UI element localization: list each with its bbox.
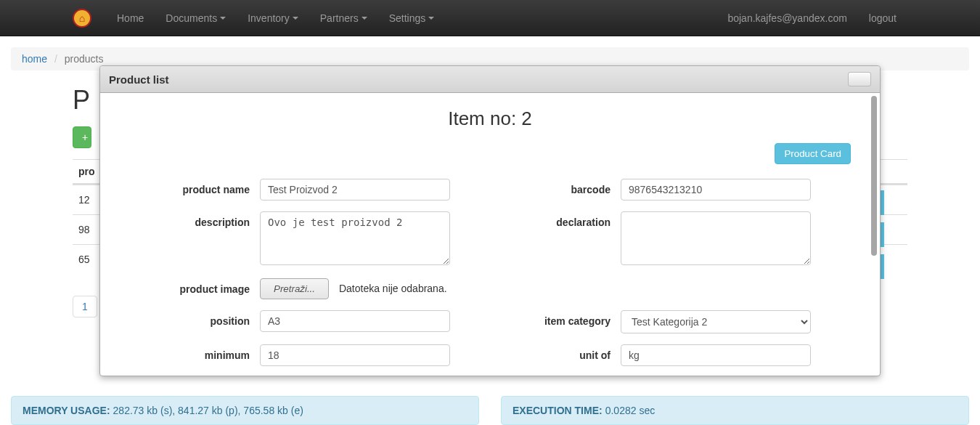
- label-product-name: product name: [129, 179, 260, 195]
- memory-value: 282.73 kb (s), 841.27 kb (p), 765.58 kb …: [113, 405, 303, 416]
- memory-panel: MEMORY USAGE: 282.73 kb (s), 841.27 kb (…: [11, 396, 479, 425]
- nav-right: bojan.kajfes@yandex.com logout: [716, 1, 907, 35]
- file-status: Datoteka nije odabrana.: [339, 283, 447, 294]
- modal-scrollbar[interactable]: [871, 96, 877, 373]
- nav-home[interactable]: Home: [106, 1, 155, 35]
- item-heading: Item no: 2: [129, 108, 851, 130]
- nav-left: Home Documents Inventory Partners Settin…: [106, 1, 445, 35]
- navbar: ⌂ Home Documents Inventory Partners Sett…: [0, 0, 980, 36]
- caret-icon: [293, 17, 298, 20]
- nav-documents[interactable]: Documents: [155, 1, 237, 35]
- modal-titlebar[interactable]: Product list: [100, 66, 880, 93]
- modal-title-text: Product list: [109, 73, 169, 86]
- position-input[interactable]: [260, 310, 450, 332]
- label-unit-of: unit of: [490, 344, 621, 361]
- caret-icon: [428, 17, 434, 20]
- breadcrumb-sep: /: [50, 53, 62, 65]
- breadcrumb-current: products: [65, 53, 104, 65]
- caret-icon: [220, 17, 226, 20]
- modal-close-button[interactable]: [848, 72, 871, 86]
- modal-body: Item no: 2 Product Card product name bar…: [100, 93, 880, 376]
- memory-label: MEMORY USAGE:: [23, 405, 110, 416]
- breadcrumb-home[interactable]: home: [22, 53, 47, 65]
- nav-user[interactable]: bojan.kajfes@yandex.com: [716, 1, 857, 35]
- product-form: product name barcode description declara…: [129, 179, 851, 366]
- add-button[interactable]: +: [73, 126, 91, 148]
- unit-of-input[interactable]: [621, 344, 811, 366]
- label-minimum: minimum: [129, 344, 260, 361]
- label-position: position: [129, 310, 260, 327]
- product-name-input[interactable]: [260, 179, 450, 201]
- declaration-input[interactable]: [621, 211, 811, 265]
- nav-partners[interactable]: Partners: [309, 1, 378, 35]
- nav-settings[interactable]: Settings: [378, 1, 446, 35]
- brand-logo[interactable]: ⌂: [73, 9, 91, 28]
- product-list-modal: Product list Item no: 2 Product Card pro…: [99, 65, 881, 376]
- label-description: description: [129, 211, 260, 228]
- item-category-select[interactable]: Test Kategorija 2: [621, 310, 811, 333]
- product-card-button[interactable]: Product Card: [775, 143, 851, 164]
- modal-scroll-thumb[interactable]: [871, 96, 877, 256]
- label-declaration: declaration: [490, 211, 621, 228]
- description-input[interactable]: [260, 211, 450, 265]
- minimum-input[interactable]: [260, 344, 450, 366]
- label-product-image: product image: [129, 278, 260, 295]
- exec-label: EXECUTION TIME:: [513, 405, 603, 416]
- nav-logout[interactable]: logout: [858, 1, 907, 35]
- exec-panel: EXECUTION TIME: 0.0282 sec: [501, 396, 969, 425]
- label-barcode: barcode: [490, 179, 621, 195]
- nav-inventory[interactable]: Inventory: [237, 1, 309, 35]
- pagination-page[interactable]: 1: [73, 296, 97, 317]
- barcode-input[interactable]: [621, 179, 811, 201]
- file-browse-button[interactable]: Pretraži...: [260, 278, 329, 299]
- caret-icon: [362, 17, 367, 20]
- label-item-category: item category: [490, 310, 621, 327]
- exec-value: 0.0282 sec: [605, 405, 656, 416]
- debug-footer: MEMORY USAGE: 282.73 kb (s), 841.27 kb (…: [11, 396, 969, 425]
